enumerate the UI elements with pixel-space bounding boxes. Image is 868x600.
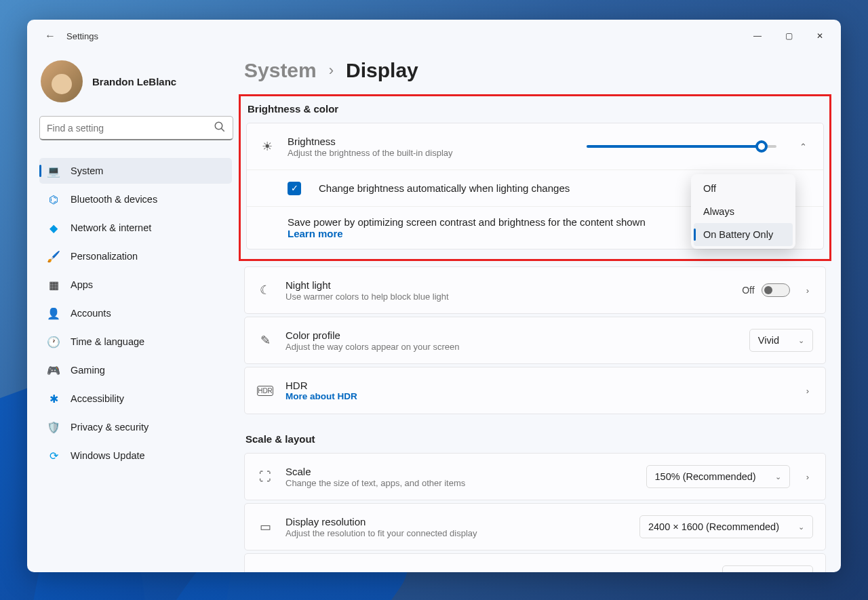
brightness-title: Brightness (288, 136, 574, 147)
slider-fill (587, 145, 762, 148)
nav-label: Time & language (71, 336, 144, 347)
check-icon: ✓ (291, 183, 298, 193)
chevron-right-icon[interactable]: › (802, 472, 813, 482)
orientation-value: Landscape (731, 572, 779, 572)
chevron-up-icon: ⌃ (800, 142, 807, 152)
nav-label: Windows Update (71, 450, 145, 461)
night-light-state: Off (742, 285, 754, 296)
brightness-sub: Adjust the brightness of the built-in di… (288, 148, 574, 158)
window-title: Settings (66, 31, 98, 41)
close-button[interactable]: ✕ (804, 25, 835, 47)
nav-label: System (71, 165, 103, 176)
slider-thumb[interactable] (755, 140, 768, 153)
nav-label: Gaming (71, 365, 105, 376)
nav-accounts[interactable]: 👤Accounts (39, 300, 232, 326)
optimize-dropdown: Off Always On Battery Only (691, 174, 795, 249)
hdr-card[interactable]: HDR HDR More about HDR › (244, 367, 826, 414)
nav-network[interactable]: ◆Network & internet (39, 215, 232, 241)
night-light-toggle[interactable] (762, 283, 790, 297)
orientation-select[interactable]: Landscape ⌄ (722, 565, 813, 572)
back-button[interactable]: ← (38, 24, 62, 48)
main-content: System › Display Brightness & color ☀ Br… (237, 52, 841, 572)
expand-button[interactable]: ⌃ (795, 142, 811, 152)
dropdown-option-always[interactable]: Always (694, 200, 793, 223)
network-icon: ◆ (47, 222, 60, 234)
hdr-icon: HDR (257, 386, 273, 396)
brightness-slider[interactable] (587, 145, 776, 148)
nav-system[interactable]: 💻System (39, 158, 232, 184)
shield-icon: 🛡️ (47, 421, 60, 433)
bluetooth-icon: ⌬ (47, 193, 60, 205)
system-icon: 💻 (47, 165, 60, 177)
resolution-icon: ▭ (257, 519, 273, 534)
color-profile-select[interactable]: Vivid ⌄ (749, 329, 813, 352)
sidebar: Brandon LeBlanc 💻System ⌬Bluetooth & dev… (27, 52, 237, 572)
back-arrow-icon: ← (45, 30, 56, 42)
nav-label: Network & internet (71, 222, 151, 233)
search-input[interactable] (47, 123, 214, 134)
resolution-title: Display resolution (285, 516, 627, 527)
auto-brightness-checkbox[interactable]: ✓ (288, 182, 301, 195)
nav-privacy[interactable]: 🛡️Privacy & security (39, 414, 232, 440)
nav-gaming[interactable]: 🎮Gaming (39, 357, 232, 383)
update-icon: ⟳ (47, 449, 60, 462)
toggle-knob (764, 286, 772, 294)
time-icon: 🕐 (47, 336, 60, 348)
nav-label: Bluetooth & devices (71, 194, 157, 205)
settings-window: ← Settings — ▢ ✕ Brandon LeBlanc 💻System… (27, 20, 841, 572)
nav-list: 💻System ⌬Bluetooth & devices ◆Network & … (39, 158, 232, 468)
search-icon (214, 121, 226, 135)
breadcrumb-parent[interactable]: System (244, 59, 317, 82)
user-profile[interactable]: Brandon LeBlanc (39, 52, 232, 116)
section-title-brightness: Brightness & color (248, 103, 824, 115)
dropdown-option-off[interactable]: Off (694, 177, 793, 200)
avatar (41, 60, 83, 102)
nav-bluetooth[interactable]: ⌬Bluetooth & devices (39, 186, 232, 212)
color-profile-value: Vivid (758, 335, 779, 346)
nav-label: Apps (71, 279, 93, 290)
nav-personalization[interactable]: 🖌️Personalization (39, 243, 232, 269)
chevron-down-icon: ⌄ (798, 336, 804, 345)
dropdown-option-battery[interactable]: On Battery Only (694, 223, 793, 246)
scale-title: Scale (285, 466, 634, 477)
titlebar: ← Settings — ▢ ✕ (27, 20, 841, 52)
svg-point-0 (215, 122, 222, 129)
search-box[interactable] (39, 116, 233, 140)
chevron-right-icon: › (329, 62, 334, 79)
accessibility-icon: ✱ (47, 393, 60, 405)
orientation-title: Display orientation (285, 572, 710, 573)
scale-card: ⛶ Scale Change the size of text, apps, a… (244, 453, 826, 500)
night-light-card[interactable]: ☾ Night light Use warmer colors to help … (244, 266, 826, 314)
nav-apps[interactable]: ▦Apps (39, 272, 232, 298)
chevron-down-icon: ⌄ (775, 473, 781, 481)
hdr-link[interactable]: More about HDR (285, 391, 790, 401)
close-icon: ✕ (816, 31, 823, 41)
nav-update[interactable]: ⟳Windows Update (39, 443, 232, 468)
accounts-icon: 👤 (47, 307, 60, 319)
nav-time[interactable]: 🕐Time & language (39, 329, 232, 355)
breadcrumb: System › Display (244, 59, 826, 94)
sun-icon: ☀ (259, 139, 275, 154)
maximize-button[interactable]: ▢ (773, 25, 804, 47)
nav-accessibility[interactable]: ✱Accessibility (39, 386, 232, 412)
nav-label: Accessibility (71, 393, 124, 404)
scale-select[interactable]: 150% (Recommended) ⌄ (646, 465, 790, 488)
color-profile-card: ✎ Color profile Adjust the way colors ap… (244, 317, 826, 364)
personalization-icon: 🖌️ (47, 250, 60, 262)
chevron-down-icon: ⌄ (798, 523, 804, 532)
nav-label: Privacy & security (71, 422, 149, 433)
orientation-icon: ⟳ (257, 569, 273, 572)
night-light-title: Night light (285, 279, 730, 291)
section-title-scale: Scale & layout (245, 433, 826, 445)
apps-icon: ▦ (47, 279, 60, 291)
resolution-select[interactable]: 2400 × 1600 (Recommended) ⌄ (639, 515, 813, 538)
orientation-card: ⟳ Display orientation Landscape ⌄ (244, 553, 826, 572)
night-light-sub: Use warmer colors to help block blue lig… (285, 292, 730, 302)
brightness-row: ☀ Brightness Adjust the brightness of th… (247, 123, 823, 169)
nav-label: Accounts (71, 308, 111, 319)
minimize-button[interactable]: — (742, 25, 773, 47)
chevron-right-icon[interactable]: › (802, 386, 813, 396)
chevron-right-icon[interactable]: › (802, 285, 813, 296)
auto-brightness-label: Change brightness automatically when lig… (319, 182, 570, 194)
gaming-icon: 🎮 (47, 364, 60, 376)
